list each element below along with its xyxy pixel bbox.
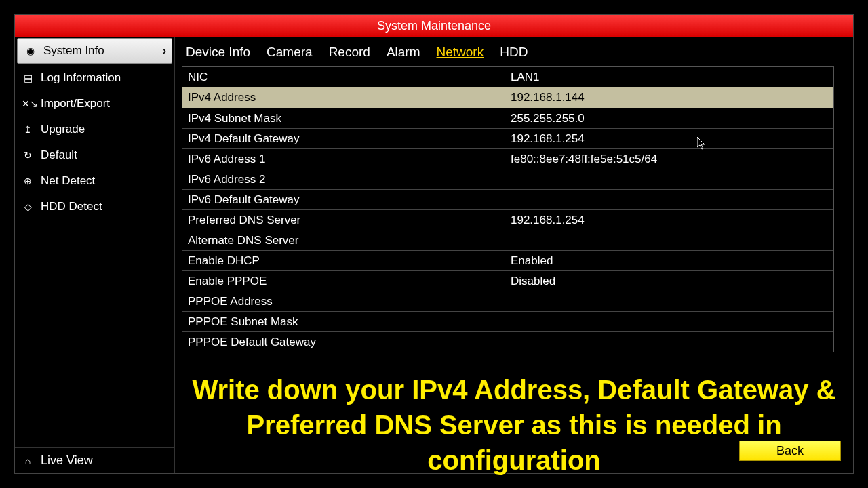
row-key: PPPOE Address: [182, 291, 505, 311]
row-value: 192.168.1.144: [505, 87, 833, 108]
table-row[interactable]: IPv6 Address 1fe80::8ee7:48ff:fe5e:51c5/…: [182, 148, 833, 169]
row-value: fe80::8ee7:48ff:fe5e:51c5/64: [505, 149, 833, 169]
row-value: [505, 190, 833, 209]
table-row[interactable]: PPPOE Address: [182, 291, 833, 311]
row-value: 192.168.1.254: [505, 210, 833, 230]
sidebar-icon: ✕↘: [22, 98, 34, 109]
header-val: LAN1: [505, 67, 833, 87]
row-key: Enable PPPOE: [182, 271, 505, 291]
sidebar-icon: ◉: [24, 45, 37, 56]
row-key: IPv4 Default Gateway: [182, 129, 505, 148]
table-row[interactable]: Alternate DNS Server: [182, 230, 833, 250]
row-key: IPv6 Address 2: [182, 169, 505, 189]
sidebar-item-label: Import/Export: [41, 97, 110, 110]
table-row[interactable]: IPv4 Subnet Mask255.255.255.0: [182, 108, 833, 128]
table-row[interactable]: IPv4 Default Gateway192.168.1.254: [182, 128, 833, 148]
back-button-label: Back: [776, 444, 804, 458]
row-value: Disabled: [505, 271, 833, 291]
sidebar-icon: ◇: [22, 201, 34, 212]
row-key: Enable DHCP: [182, 251, 505, 270]
tab-alarm[interactable]: Alarm: [387, 45, 420, 60]
sidebar-item-default[interactable]: ↻Default: [15, 142, 174, 168]
row-key: PPPOE Default Gateway: [182, 332, 505, 352]
sidebar-icon: ⊕: [22, 176, 34, 186]
row-value: Enabled: [505, 251, 833, 270]
tab-hdd[interactable]: HDD: [500, 45, 528, 60]
home-icon: ⌂: [22, 455, 34, 466]
row-value: [505, 291, 833, 311]
sidebar-item-label: Net Detect: [41, 174, 95, 188]
back-button[interactable]: Back: [739, 441, 841, 461]
sidebar-items: ◉System Info›▤Log Information✕↘Import/Ex…: [15, 37, 174, 447]
sidebar-item-import-export[interactable]: ✕↘Import/Export: [15, 91, 174, 117]
table-row[interactable]: IPv4 Address192.168.1.144: [182, 87, 833, 108]
table-row[interactable]: PPPOE Subnet Mask: [182, 311, 833, 331]
row-key: Preferred DNS Server: [182, 210, 505, 230]
sidebar-icon: ▤: [22, 73, 34, 83]
sidebar-icon: ↥: [22, 124, 34, 135]
table-row[interactable]: IPv6 Address 2: [182, 169, 833, 189]
sidebar: ◉System Info›▤Log Information✕↘Import/Ex…: [15, 37, 175, 473]
table-row[interactable]: Enable PPPOEDisabled: [182, 270, 833, 291]
app-body: ◉System Info›▤Log Information✕↘Import/Ex…: [15, 37, 853, 473]
row-key: PPPOE Subnet Mask: [182, 312, 505, 331]
row-key: Alternate DNS Server: [182, 230, 505, 250]
table-row[interactable]: PPPOE Default Gateway: [182, 331, 833, 352]
row-value: [505, 230, 833, 250]
instruction-overlay: Write down your IPv4 Address, Default Ga…: [175, 372, 853, 478]
tab-bar: Device InfoCameraRecordAlarmNetworkHDD: [182, 42, 846, 66]
sidebar-item-label: Upgrade: [41, 123, 85, 136]
sidebar-item-label: Default: [41, 148, 77, 162]
window-title: System Maintenance: [377, 19, 491, 33]
tab-device-info[interactable]: Device Info: [186, 45, 250, 60]
row-key: IPv6 Address 1: [182, 149, 505, 169]
live-view-button[interactable]: ⌂ Live View: [15, 447, 174, 473]
live-view-label: Live View: [41, 453, 93, 468]
row-value: [505, 312, 833, 331]
table-row[interactable]: Enable DHCPEnabled: [182, 250, 833, 270]
main-panel: Device InfoCameraRecordAlarmNetworkHDD N…: [175, 37, 853, 473]
sidebar-item-label: Log Information: [41, 71, 121, 85]
sidebar-item-net-detect[interactable]: ⊕Net Detect: [15, 168, 174, 194]
table-header-row: NIC LAN1: [182, 67, 833, 87]
sidebar-icon: ↻: [22, 150, 34, 161]
sidebar-item-upgrade[interactable]: ↥Upgrade: [15, 117, 174, 142]
row-value: 192.168.1.254: [505, 129, 833, 148]
chevron-right-icon: ›: [163, 45, 166, 57]
tab-record[interactable]: Record: [329, 45, 370, 60]
row-key: IPv4 Address: [182, 87, 505, 108]
sidebar-item-label: System Info: [43, 44, 104, 58]
sidebar-item-system-info[interactable]: ◉System Info›: [17, 38, 172, 64]
row-value: 255.255.255.0: [505, 108, 833, 128]
app-window: System Maintenance ◉System Info›▤Log Inf…: [14, 14, 854, 474]
tab-network[interactable]: Network: [437, 45, 484, 60]
tab-camera[interactable]: Camera: [267, 45, 313, 60]
network-table: NIC LAN1 IPv4 Address192.168.1.144IPv4 S…: [182, 66, 834, 352]
sidebar-item-log-information[interactable]: ▤Log Information: [15, 65, 174, 91]
row-value: [505, 169, 833, 189]
title-bar: System Maintenance: [15, 15, 853, 37]
row-key: IPv6 Default Gateway: [182, 190, 505, 209]
row-key: IPv4 Subnet Mask: [182, 108, 505, 128]
sidebar-item-label: HDD Detect: [41, 200, 102, 214]
table-row[interactable]: IPv6 Default Gateway: [182, 189, 833, 209]
header-key: NIC: [182, 67, 505, 87]
row-value: [505, 332, 833, 352]
table-row[interactable]: Preferred DNS Server192.168.1.254: [182, 209, 833, 230]
sidebar-item-hdd-detect[interactable]: ◇HDD Detect: [15, 194, 174, 220]
